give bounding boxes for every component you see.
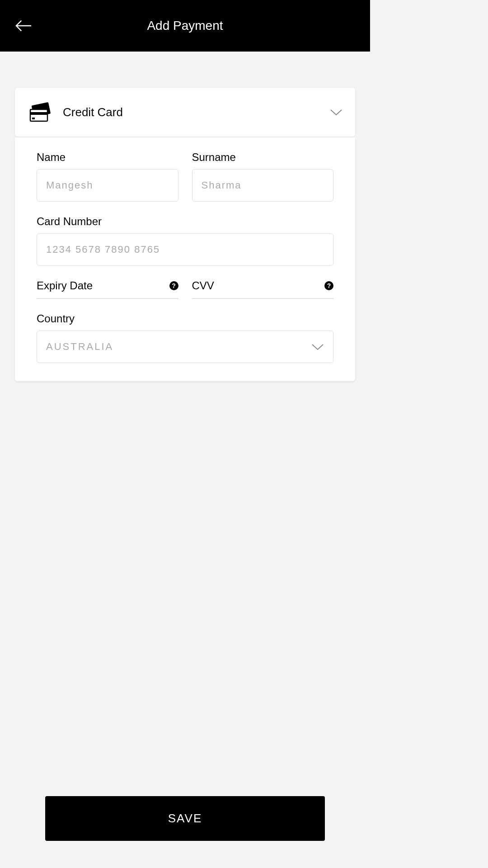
cvv-field[interactable]: CVV ?	[192, 279, 334, 299]
country-dropdown[interactable]: AUSTRALIA	[37, 330, 333, 363]
svg-rect-1	[30, 109, 47, 121]
content: Credit Card Name Surname Card Number	[0, 52, 370, 381]
header: Add Payment	[0, 0, 370, 52]
surname-input[interactable]	[192, 169, 334, 202]
chevron-down-icon	[311, 344, 324, 350]
chevron-down-icon	[330, 109, 343, 116]
surname-field: Surname	[192, 151, 334, 202]
payment-method-label: Credit Card	[63, 105, 330, 119]
country-value: AUSTRALIA	[46, 341, 113, 353]
form-card: Name Surname Card Number Expiry Date ?	[15, 137, 355, 381]
card-number-label: Card Number	[37, 215, 333, 228]
svg-rect-3	[32, 118, 35, 119]
cvv-label: CVV	[192, 279, 214, 292]
card-number-input[interactable]	[37, 233, 333, 266]
svg-rect-2	[30, 112, 47, 115]
name-label: Name	[37, 151, 178, 164]
page-title: Add Payment	[147, 19, 223, 33]
name-input[interactable]	[37, 169, 178, 202]
surname-label: Surname	[192, 151, 334, 164]
expiry-label: Expiry Date	[37, 279, 93, 292]
arrow-left-icon	[15, 19, 32, 33]
name-field: Name	[37, 151, 178, 202]
card-number-field: Card Number	[37, 215, 333, 266]
country-label: Country	[37, 312, 333, 325]
cvv-help-icon[interactable]: ?	[324, 281, 333, 290]
expiry-help-icon[interactable]: ?	[169, 281, 178, 290]
expiry-field[interactable]: Expiry Date ?	[37, 279, 178, 299]
credit-card-icon	[28, 101, 53, 123]
country-field: Country AUSTRALIA	[37, 312, 333, 363]
back-button[interactable]	[14, 16, 33, 36]
payment-method-selector[interactable]: Credit Card	[15, 88, 355, 137]
